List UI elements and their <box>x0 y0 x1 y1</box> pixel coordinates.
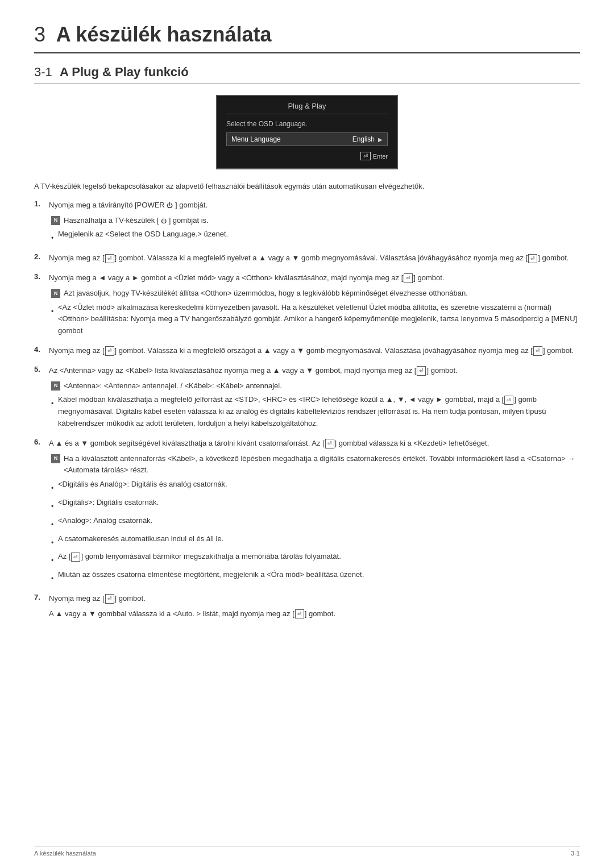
step-5-text: Az <Antenna> vagy az <Kábel> lista kivál… <box>49 365 580 377</box>
enter-icon-5b: ⏎ <box>504 396 513 405</box>
step-4: 4. Nyomja meg az [⏎] gombot. Válassza ki… <box>34 345 580 357</box>
bullet-icon <box>51 232 55 244</box>
enter-icon: ⏎ <box>105 254 114 263</box>
footer-left: A készülék használata <box>34 850 96 857</box>
intro-text: A TV-készülék legelső bekapcsolásakor az… <box>34 181 580 193</box>
step-5: 5. Az <Antenna> vagy az <Kábel> lista ki… <box>34 365 580 430</box>
step-6-bullet-3: <Analóg>: Analóg csatornák. <box>51 515 580 531</box>
enter-icon-6: ⏎ <box>325 439 334 448</box>
step-5-number: 5. <box>34 365 44 373</box>
step-3-note-1-text: Azt javasoljuk, hogy TV-készülékét állít… <box>64 288 468 300</box>
chapter-header: 3 A készülék használata <box>34 23 580 53</box>
step-6-bullet-6-text: Miután az összes csatorna elmentése megt… <box>58 569 364 581</box>
step-6-bullet-2-text: <Digitális>: Digitális csatornák. <box>58 497 159 509</box>
step-6-notes: N Ha a kiválasztott antennaforrás <Kábel… <box>51 453 580 585</box>
chapter-number: 3 <box>34 23 45 46</box>
step-7: 7. Nyomja meg az [⏎] gombot. A ▲ vagy a … <box>34 593 580 620</box>
step-1-notes: N Használhatja a TV-készülék [ ⏻ ] gombj… <box>51 215 580 245</box>
step-6-bullet-4: A csatornakeresés automatikusan indul el… <box>51 533 580 549</box>
bullet-icon-5 <box>51 398 55 410</box>
page-footer: A készülék használata 3-1 <box>34 846 580 857</box>
step-4-text: Nyomja meg az [⏎] gombot. Válassza ki a … <box>49 345 580 357</box>
step-3-bullet-1: <Az <Üzlet mód> alkalmazása kereskedelmi… <box>51 302 580 337</box>
osd-language-text: English <box>352 135 375 143</box>
bullet-icon-6d <box>51 537 55 549</box>
osd-arrow-right-icon: ▶ <box>378 136 383 143</box>
step-2-number: 2. <box>34 252 44 261</box>
enter-icon-3: ⏎ <box>404 273 413 283</box>
step-6-bullet-5: Az [⏎] gomb lenyomásával bármikor megsza… <box>51 551 580 567</box>
step-7-number: 7. <box>34 593 44 601</box>
step-6-bullet-1: <Digitális és Analóg>: Digitális és anal… <box>51 479 580 495</box>
step-3-number: 3. <box>34 272 44 281</box>
step-6-note-1: N Ha a kiválasztott antennaforrás <Kábel… <box>51 453 580 477</box>
step-6-bullet-3-text: <Analóg>: Analóg csatornák. <box>58 515 152 527</box>
note-icon-6: N <box>51 454 60 463</box>
section-title: 3-1 A Plug & Play funkció <box>34 65 189 79</box>
step-1-bullet-1-text: Megjelenik az <Select the OSD Language.>… <box>58 229 228 240</box>
step-6-number: 6. <box>34 438 44 446</box>
note-icon-3: N <box>51 289 60 298</box>
step-5-bullet-1: Kábel módban kiválaszthatja a megfelelő … <box>51 394 580 429</box>
bullet-icon-6a <box>51 483 55 495</box>
enter-icon-5: ⏎ <box>417 366 426 375</box>
step-1-number: 1. <box>34 200 44 208</box>
step-1-bullet-1: Megjelenik az <Select the OSD Language.>… <box>51 229 580 244</box>
page-title: 3 A készülék használata <box>34 23 272 46</box>
footer-right: 3-1 <box>571 850 580 857</box>
osd-menu-language-row: Menu Language English ▶ <box>226 132 388 146</box>
osd-enter-icon: ⏎ <box>360 152 371 160</box>
step-3-notes: N Azt javasoljuk, hogy TV-készülékét áll… <box>51 288 580 337</box>
section-title-text: A Plug & Play funkció <box>60 65 189 79</box>
step-6-bullet-1-text: <Digitális és Analóg>: Digitális és anal… <box>58 479 227 491</box>
enter-icon-4b: ⏎ <box>533 346 542 355</box>
step-6-text: A ▲ és a ▼ gombok segítségével kiválaszt… <box>49 438 580 450</box>
step-7-subtext: A ▲ vagy a ▼ gombbal válassza ki a <Auto… <box>49 608 580 620</box>
note-icon: N <box>51 216 60 225</box>
step-3: 3. Nyomja meg a ◄ vagy a ► gombot a <Üzl… <box>34 272 580 337</box>
osd-footer: ⏎ Enter <box>226 152 388 160</box>
step-6-bullet-5-text: Az [⏎] gomb lenyomásával bármikor megsza… <box>58 551 341 563</box>
note-icon-5: N <box>51 381 60 391</box>
osd-menu-language-value: English ▶ <box>352 135 383 143</box>
step-1-text: Nyomja meg a távirányító [POWER ⏻ ] gomb… <box>49 200 580 211</box>
steps-container: 1. Nyomja meg a távirányító [POWER ⏻ ] g… <box>34 200 580 620</box>
step-6-bullet-4-text: A csatornakeresés automatikusan indul el… <box>58 533 223 545</box>
section-header: 3-1 A Plug & Play funkció <box>34 65 580 84</box>
step-1: 1. Nyomja meg a távirányító [POWER ⏻ ] g… <box>34 200 580 244</box>
bullet-icon-3 <box>51 306 55 318</box>
step-3-text: Nyomja meg a ◄ vagy a ► gombot a <Üzlet … <box>49 272 580 284</box>
enter-icon-6b: ⏎ <box>71 553 80 562</box>
osd-enter-label: Enter <box>373 153 388 160</box>
step-6-bullet-2: <Digitális>: Digitális csatornák. <box>51 497 580 513</box>
step-5-note-1: N <Antenna>: <Antenna> antennajel. / <Ká… <box>51 380 580 392</box>
enter-icon-7b: ⏎ <box>295 609 304 618</box>
bullet-icon-6c <box>51 519 55 531</box>
step-1-note-1-text: Használhatja a TV-készülék [ ⏻ ] gombját… <box>64 215 209 227</box>
osd-dialog: Plug & Play Select the OSD Language. Men… <box>216 95 398 169</box>
step-1-note-1: N Használhatja a TV-készülék [ ⏻ ] gombj… <box>51 215 580 227</box>
step-5-notes: N <Antenna>: <Antenna> antennajel. / <Ká… <box>51 380 580 430</box>
osd-dialog-label: Select the OSD Language. <box>226 120 388 128</box>
enter-icon-2: ⏎ <box>528 254 537 263</box>
step-4-number: 4. <box>34 345 44 354</box>
step-2-text: Nyomja meg az [⏎] gombot. Válassza ki a … <box>49 252 580 264</box>
bullet-icon-6f <box>51 573 55 585</box>
step-7-text: Nyomja meg az [⏎] gombot. <box>49 593 580 605</box>
osd-dialog-title: Plug & Play <box>226 102 388 114</box>
step-5-bullet-1-text: Kábel módban kiválaszthatja a megfelelő … <box>58 394 580 429</box>
step-6-bullet-6: Miután az összes csatorna elmentése megt… <box>51 569 580 585</box>
osd-menu-language-label: Menu Language <box>231 135 281 143</box>
enter-icon-7: ⏎ <box>105 594 114 603</box>
step-3-bullet-1-text: <Az <Üzlet mód> alkalmazása kereskedelmi… <box>58 302 580 337</box>
chapter-title: A készülék használata <box>56 23 272 46</box>
enter-icon-4: ⏎ <box>105 346 114 355</box>
step-3-note-1: N Azt javasoljuk, hogy TV-készülékét áll… <box>51 288 580 300</box>
step-6: 6. A ▲ és a ▼ gombok segítségével kivála… <box>34 438 580 585</box>
step-6-note-1-text: Ha a kiválasztott antennaforrás <Kábel>,… <box>64 453 580 477</box>
step-2: 2. Nyomja meg az [⏎] gombot. Válassza ki… <box>34 252 580 264</box>
bullet-icon-6e <box>51 555 55 567</box>
osd-dialog-wrapper: Plug & Play Select the OSD Language. Men… <box>34 95 580 169</box>
section-number: 3-1 <box>34 65 52 79</box>
step-5-note-1-text: <Antenna>: <Antenna> antennajel. / <Kábe… <box>64 380 282 392</box>
